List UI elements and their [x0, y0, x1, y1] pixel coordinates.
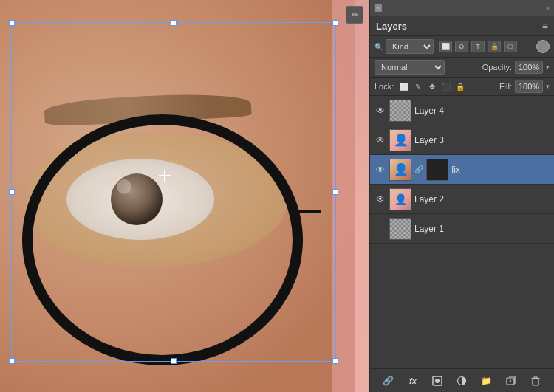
- layer1-thumbnail: [389, 218, 411, 240]
- opacity-value[interactable]: 100%: [515, 61, 543, 74]
- panel-title-bar: Layers ≡: [370, 16, 554, 36]
- panel-collapse-button[interactable]: «: [546, 4, 550, 12]
- layer-item-layer2[interactable]: 👁 👤 Layer 2: [370, 185, 554, 214]
- pencil-button[interactable]: ✏: [346, 6, 363, 24]
- lock-row: Lock: ⬜ ✎ ✥ ⬛ 🔒 Fill: 100% ▾: [370, 78, 554, 96]
- layer1-name: Layer 1: [414, 224, 550, 234]
- lock-move-button[interactable]: ✥: [426, 80, 438, 92]
- layer4-visibility[interactable]: 👁: [375, 105, 386, 117]
- layers-list: 👁 Layer 4 👁 👤 Layer 3 👁 👤 🔗 f: [370, 96, 554, 368]
- layer-effects-button[interactable]: fx: [406, 374, 420, 388]
- close-icon: ×: [377, 4, 380, 11]
- layerfix-visibility[interactable]: 👁: [375, 164, 386, 176]
- selection-handle-bm[interactable]: [171, 358, 177, 364]
- selection-handle-tl[interactable]: [9, 20, 15, 26]
- add-mask-button[interactable]: [430, 374, 445, 388]
- blend-mode-row: Normal Opacity: 100% ▾: [370, 58, 554, 78]
- selection-handle-mr[interactable]: [332, 189, 338, 195]
- filter-kind-dropdown[interactable]: Kind: [386, 39, 434, 54]
- new-layer-button[interactable]: [504, 374, 519, 388]
- svg-point-1: [435, 379, 440, 383]
- layerfix-mask-thumbnail: [426, 159, 448, 181]
- selection-handle-bl[interactable]: [9, 358, 15, 364]
- svg-rect-4: [533, 379, 538, 385]
- filter-toggle[interactable]: [536, 40, 550, 53]
- opacity-label: Opacity:: [482, 63, 512, 72]
- filter-smart-button[interactable]: ⬡: [504, 41, 517, 52]
- selection-handle-ml[interactable]: [9, 189, 15, 195]
- layers-panel: × « Layers ≡ 🔍 Kind ⬜ ⊘ T 🔒 ⬡ Normal Opa…: [369, 0, 554, 392]
- filter-adjustment-button[interactable]: ⊘: [455, 41, 468, 52]
- layer2-thumbnail: 👤: [389, 188, 411, 210]
- new-group-button[interactable]: 📁: [479, 374, 494, 388]
- adjustment-layer-button[interactable]: [454, 374, 469, 388]
- lock-label: Lock:: [375, 82, 394, 91]
- panel-bottom-toolbar: 🔗 fx 📁: [370, 368, 554, 392]
- panel-topbar-left: ×: [375, 4, 382, 12]
- panel-menu-icon[interactable]: ≡: [542, 20, 548, 32]
- layer-item-layer3[interactable]: 👁 👤 Layer 3: [370, 125, 554, 155]
- fill-arrow[interactable]: ▾: [546, 83, 550, 90]
- layerfix-thumbnail: 👤: [389, 159, 411, 181]
- fill-label: Fill:: [499, 82, 512, 91]
- blend-mode-dropdown[interactable]: Normal: [375, 60, 445, 75]
- link-layers-button[interactable]: 🔗: [381, 374, 396, 388]
- filter-shape-button[interactable]: 🔒: [488, 41, 501, 52]
- search-icon: 🔍: [375, 43, 383, 51]
- selection-handle-br[interactable]: [332, 358, 338, 364]
- layer-item-fix[interactable]: 👁 👤 🔗 fix: [370, 155, 554, 185]
- panel-close-button[interactable]: ×: [375, 4, 382, 12]
- layer-item-layer1[interactable]: 👁 Layer 1: [370, 214, 554, 244]
- delete-layer-button[interactable]: [528, 374, 543, 388]
- selection-box: [11, 22, 336, 362]
- filter-icons: ⬜ ⊘ T 🔒 ⬡: [439, 41, 517, 52]
- panel-topbar: × «: [370, 0, 554, 16]
- layer3-name: Layer 3: [414, 135, 550, 145]
- layer-link-icon: 🔗: [414, 165, 423, 174]
- eye-icon-layer2: 👁: [376, 194, 385, 204]
- eye-icon-layer3: 👁: [376, 135, 385, 145]
- layer-item-layer4[interactable]: 👁 Layer 4: [370, 96, 554, 125]
- selection-handle-tm[interactable]: [171, 20, 177, 26]
- lock-icons: ⬜ ✎ ✥ ⬛ 🔒: [398, 80, 466, 92]
- move-cursor: [159, 170, 171, 182]
- layer2-visibility[interactable]: 👁: [375, 193, 386, 205]
- eye-icon-layer1: 👁: [376, 224, 385, 234]
- layerfix-name: fix: [451, 165, 550, 175]
- layer1-visibility[interactable]: 👁: [375, 223, 386, 235]
- lock-artboard-button[interactable]: ⬛: [440, 80, 452, 92]
- eye-icon-layer4: 👁: [376, 106, 385, 116]
- layer4-thumbnail: [389, 100, 411, 122]
- eye-icon-layerfix: 👁: [376, 165, 385, 175]
- filter-type-button[interactable]: T: [471, 41, 485, 52]
- layer3-visibility[interactable]: 👁: [375, 134, 386, 146]
- opacity-arrow[interactable]: ▾: [546, 63, 550, 71]
- lock-draw-button[interactable]: ✎: [412, 80, 424, 92]
- lock-all-button[interactable]: 🔒: [454, 80, 466, 92]
- filter-row: 🔍 Kind ⬜ ⊘ T 🔒 ⬡: [370, 36, 554, 58]
- panel-title: Layers: [376, 21, 407, 32]
- fill-value[interactable]: 100%: [515, 80, 543, 93]
- filter-pixel-button[interactable]: ⬜: [439, 41, 452, 52]
- layer3-thumbnail: 👤: [389, 129, 411, 151]
- pencil-icon: ✏: [352, 10, 358, 20]
- layer2-name: Layer 2: [414, 194, 550, 204]
- layer4-name: Layer 4: [414, 106, 550, 116]
- selection-handle-tr[interactable]: [332, 20, 338, 26]
- lock-pixel-button[interactable]: ⬜: [398, 80, 410, 92]
